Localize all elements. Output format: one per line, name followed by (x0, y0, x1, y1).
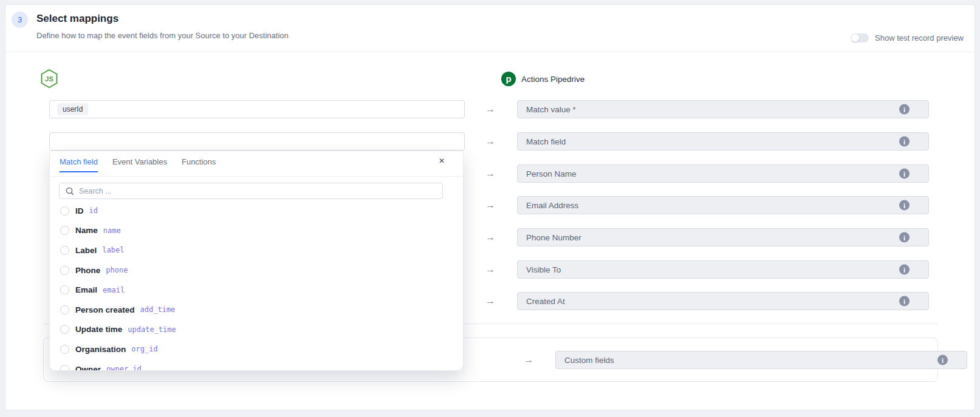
mapping-arrow-icon: → (484, 296, 497, 307)
radio-icon[interactable] (60, 345, 69, 354)
info-icon[interactable]: i (899, 200, 910, 211)
step-number-badge: 3 (12, 12, 28, 28)
list-item-organisation[interactable]: Organisation org_id (50, 339, 463, 359)
list-item-label[interactable]: Label label (50, 240, 463, 260)
list-item-email[interactable]: Email email (50, 280, 463, 300)
info-icon[interactable]: i (899, 265, 910, 275)
search-box[interactable] (59, 183, 443, 199)
close-icon[interactable]: ✕ (439, 157, 445, 165)
mapping-arrow-icon: → (522, 354, 535, 365)
radio-icon[interactable] (60, 226, 69, 235)
tab-event-variables[interactable]: Event Variables (112, 157, 167, 172)
destination-field-created-at[interactable]: Created At i (517, 292, 929, 310)
mapping-arrow-icon: → (484, 104, 497, 115)
destination-field-custom-fields[interactable]: Custom fields i (555, 351, 967, 369)
mapping-arrow-icon: → (484, 168, 497, 179)
show-test-record-toggle[interactable] (851, 33, 869, 42)
field-options-list: ID id Name name Label label Phone phone (50, 201, 463, 371)
tabs-divider (50, 176, 463, 177)
destination-field-match-field[interactable]: Match field i (517, 132, 929, 151)
list-item-update-time[interactable]: Update time update_time (50, 320, 463, 340)
list-item-id[interactable]: ID id (50, 201, 463, 221)
source-field-input-2[interactable] (49, 132, 465, 151)
dropdown-tabs: Match field Event Variables Functions (60, 157, 216, 172)
nodejs-icon: JS (41, 69, 58, 88)
page-subtitle: Define how to map the event fields from … (36, 31, 289, 40)
mapping-arrow-icon: → (484, 200, 497, 211)
destination-field-email-address[interactable]: Email Address i (517, 196, 929, 214)
page-title: Select mappings (36, 13, 118, 25)
destination-field-person-name[interactable]: Person Name i (517, 164, 929, 183)
svg-text:JS: JS (45, 75, 53, 83)
mapping-arrow-icon: → (484, 232, 497, 243)
info-icon[interactable]: i (937, 355, 948, 365)
radio-icon[interactable] (60, 246, 69, 255)
page-background: 3 Select mappings Define how to map the … (0, 0, 980, 417)
test-record-preview-row: Show test record preview (851, 33, 964, 42)
search-icon (66, 187, 74, 195)
radio-icon[interactable] (60, 365, 69, 371)
destination-field-label: Custom fields (564, 356, 614, 365)
destination-field-label: Phone Number (526, 233, 581, 242)
destination-field-label: Match value * (526, 105, 576, 114)
mapping-arrow-icon: → (484, 136, 497, 147)
destination-field-phone-number[interactable]: Phone Number i (517, 228, 929, 246)
radio-icon[interactable] (60, 266, 69, 275)
step-header: 3 Select mappings Define how to map the … (5, 5, 975, 52)
destination-header: p Actions Pipedrive (501, 72, 584, 86)
mapping-arrow-icon: → (484, 264, 497, 275)
list-item-name[interactable]: Name name (50, 221, 463, 241)
radio-icon[interactable] (60, 285, 69, 294)
toggle-label: Show test record preview (875, 33, 964, 42)
destination-title: Actions Pipedrive (521, 75, 584, 84)
mappings-card: 3 Select mappings Define how to map the … (5, 4, 975, 410)
destination-field-match-value[interactable]: Match value * i (517, 100, 929, 118)
destination-field-label: Email Address (526, 201, 578, 210)
source-field-input-1[interactable]: userId (49, 100, 465, 118)
destination-field-visible-to[interactable]: Visible To i (517, 260, 929, 279)
tab-match-field[interactable]: Match field (60, 157, 98, 172)
destination-field-label: Created At (526, 297, 565, 306)
list-item-phone[interactable]: Phone phone (50, 260, 463, 280)
destination-field-label: Person Name (526, 169, 577, 178)
field-picker-dropdown: Match field Event Variables Functions ✕ … (49, 151, 464, 371)
info-icon[interactable]: i (899, 296, 910, 307)
source-field-chip[interactable]: userId (57, 103, 88, 115)
list-item-owner[interactable]: Owner owner_id (50, 359, 463, 371)
info-icon[interactable]: i (899, 169, 910, 179)
destination-field-label: Match field (526, 137, 566, 146)
info-icon[interactable]: i (899, 137, 910, 147)
radio-icon[interactable] (60, 206, 69, 215)
list-item-person-created[interactable]: Person created add_time (50, 300, 463, 320)
info-icon[interactable]: i (899, 232, 910, 243)
pipedrive-icon: p (501, 72, 516, 86)
radio-icon[interactable] (60, 305, 69, 314)
search-input[interactable] (79, 187, 437, 195)
radio-icon[interactable] (60, 325, 69, 334)
destination-field-label: Visible To (526, 265, 561, 274)
info-icon[interactable]: i (899, 104, 910, 115)
tab-functions[interactable]: Functions (182, 157, 216, 172)
toggle-knob (851, 34, 859, 42)
